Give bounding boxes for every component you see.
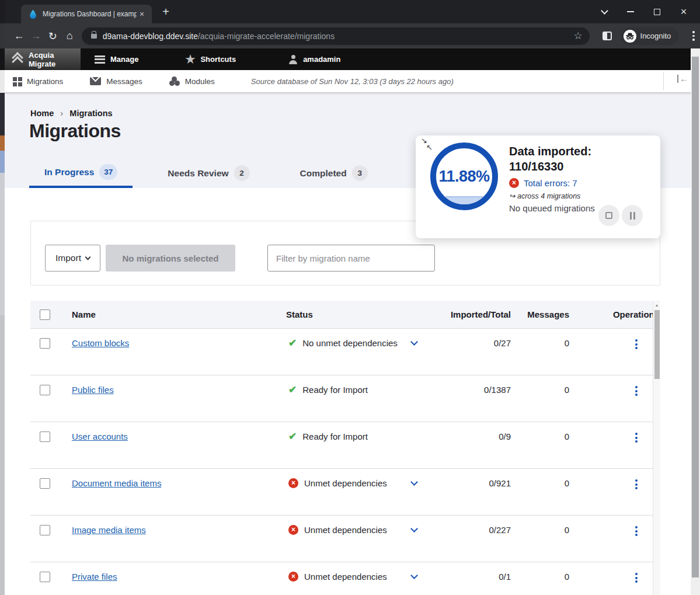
no-migrations-selected-button: No migrations selected (106, 245, 235, 272)
browser-tab[interactable]: Migrations Dashboard | example × (21, 5, 152, 23)
operations-menu-button[interactable] (635, 478, 638, 489)
imported-total: 0/1387 (423, 375, 512, 422)
row-checkbox[interactable] (40, 572, 50, 582)
row-checkbox[interactable] (40, 432, 50, 442)
row-checkbox[interactable] (40, 478, 50, 489)
status-text: Unmet dependencies (304, 525, 387, 535)
acquia-migrate-brand[interactable]: Acquia Migrate (5, 48, 81, 70)
collapse-arrows-icon[interactable]: ↘↖ (421, 137, 433, 151)
tab-search-button[interactable] (595, 0, 614, 23)
breadcrumb-separator: › (60, 108, 63, 118)
row-checkbox[interactable] (40, 338, 50, 349)
breadcrumb-home-link[interactable]: Home (30, 109, 54, 118)
grid-icon (13, 77, 22, 86)
total-errors-link[interactable]: Total errors: 7 (524, 178, 577, 188)
row-checkbox[interactable] (40, 525, 50, 535)
tab-needs-review[interactable]: Needs Review 2 (152, 158, 264, 188)
migration-link[interactable]: User accounts (72, 432, 128, 441)
reload-button[interactable]: ↻ (44, 27, 61, 46)
tab-title: Migrations Dashboard | example (43, 10, 137, 18)
tab-completed[interactable]: Completed 3 (285, 158, 383, 188)
browser-menu-button[interactable] (687, 31, 700, 41)
migration-link[interactable]: Document media items (72, 478, 161, 488)
error-icon: × (288, 478, 298, 488)
imported-total: 0/921 (423, 469, 512, 515)
chevron-down-icon (601, 7, 608, 15)
shortcuts-star-icon: ★ (185, 55, 195, 64)
minimize-button[interactable] (621, 0, 640, 23)
progress-percent: 11.88% (436, 148, 492, 204)
browser-tab-bar: Migrations Dashboard | example × + × (5, 0, 700, 23)
brand-label: Acquia Migrate (29, 51, 81, 68)
check-icon: ✔ (288, 385, 297, 395)
import-dropdown-button[interactable]: Import (45, 245, 100, 272)
expand-chevron-icon[interactable] (410, 572, 418, 579)
operations-menu-button[interactable] (635, 525, 638, 536)
table-scrollbar-thumb[interactable] (654, 310, 660, 379)
operations-menu-button[interactable] (635, 572, 638, 583)
breadcrumb: Home › Migrations (30, 108, 113, 118)
header-name: Name (72, 309, 286, 319)
operations-menu-button[interactable] (635, 432, 638, 443)
chevron-down-icon (85, 254, 91, 260)
import-label: Import (55, 253, 81, 263)
messages-count: 0 (512, 516, 579, 562)
header-status: Status (286, 309, 423, 319)
status-text: No unmet dependencies (302, 338, 398, 348)
across-migrations-label: across 4 migrations (517, 192, 580, 200)
toolbar-divider (663, 72, 664, 91)
messages-nav-item[interactable]: Messages (82, 77, 151, 86)
modules-icon (169, 76, 180, 86)
operations-menu-button[interactable] (635, 338, 638, 349)
expand-chevron-icon[interactable] (410, 338, 418, 346)
error-icon: × (288, 525, 298, 535)
status-text: Unmet dependencies (304, 572, 387, 582)
shortcuts-menu-item[interactable]: ★ Shortcuts (176, 48, 245, 70)
side-panel-icon[interactable] (603, 32, 612, 40)
tab-close-icon[interactable]: × (137, 9, 147, 19)
address-bar[interactable]: d9ama-ddevblog.ddev.site/acquia-migrate-… (82, 27, 590, 45)
row-checkbox[interactable] (40, 385, 50, 395)
home-button[interactable]: ⌂ (61, 27, 78, 46)
migration-link[interactable]: Custom blocks (72, 338, 129, 348)
migration-link[interactable]: Image media items (72, 525, 146, 535)
maximize-button[interactable] (647, 0, 666, 23)
lock-icon (91, 34, 97, 39)
forward-button[interactable]: → (27, 27, 44, 46)
header-imported: Imported/Total (423, 309, 512, 319)
scroll-up-icon[interactable]: ▲ (653, 303, 660, 307)
acquia-logo-icon (12, 54, 24, 65)
select-all-checkbox[interactable] (40, 309, 50, 320)
window-close-button[interactable]: × (674, 0, 693, 23)
page-title: Migrations (29, 120, 121, 142)
error-icon: × (288, 572, 298, 582)
across-arrow-icon: ↪ (509, 192, 515, 200)
back-button[interactable]: ← (11, 27, 27, 46)
migrations-nav-item[interactable]: Migrations (9, 77, 71, 86)
stop-import-button[interactable] (598, 205, 619, 226)
migration-link[interactable]: Private files (72, 572, 117, 582)
operations-menu-button[interactable] (635, 385, 638, 396)
bookmark-star-icon[interactable]: ☆ (574, 30, 583, 42)
page-scrollbar-thumb[interactable] (692, 57, 699, 577)
error-icon: × (509, 178, 519, 188)
migration-link[interactable]: Public files (72, 385, 114, 395)
modules-nav-label: Modules (185, 77, 215, 86)
table-header-row: Name Status Imported/Total Messages Oper… (30, 301, 660, 328)
pause-import-button[interactable] (622, 205, 643, 226)
table-scrollbar[interactable]: ▲ (653, 302, 660, 595)
table-row: Private files × Unmet dependencies 0/1 0 (30, 562, 660, 595)
modules-nav-item[interactable]: Modules (161, 76, 223, 86)
toolbar-collapse-button[interactable]: ← (677, 75, 689, 83)
expand-chevron-icon[interactable] (410, 478, 418, 486)
tab-count-badge: 3 (352, 165, 368, 181)
tab-count-badge: 37 (99, 164, 117, 180)
new-tab-button[interactable]: + (158, 4, 174, 20)
tab-in-progress[interactable]: In Progress 37 (29, 158, 133, 188)
page-scrollbar[interactable] (691, 48, 700, 595)
filter-input[interactable] (267, 245, 435, 272)
toolbar-collapse-icon (677, 75, 679, 83)
user-menu-item[interactable]: amadamin (279, 48, 350, 70)
expand-chevron-icon[interactable] (410, 525, 418, 533)
manage-menu-item[interactable]: Manage (85, 48, 148, 70)
